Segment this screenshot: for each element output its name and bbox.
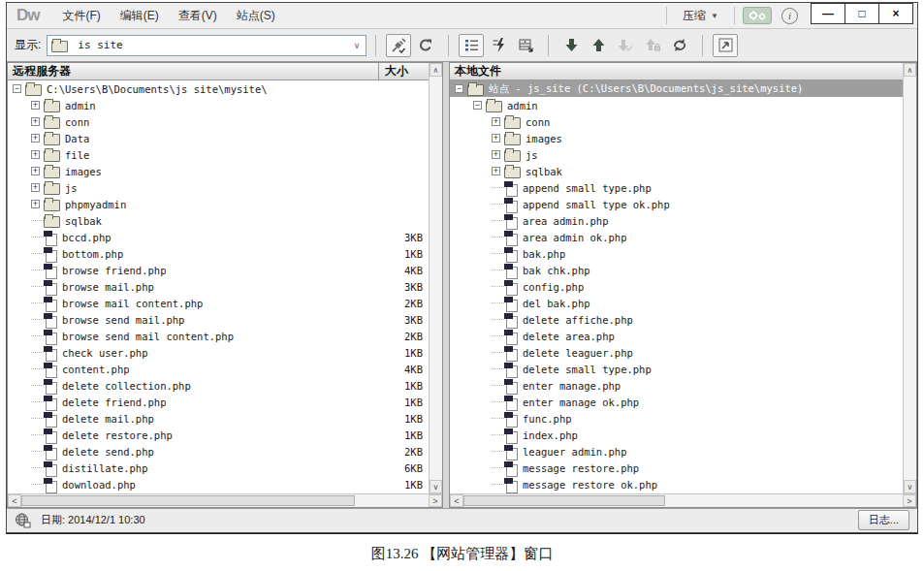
put-files-button[interactable] (586, 34, 611, 57)
file-row[interactable]: bccd.php3KB (8, 229, 429, 245)
file-row[interactable]: browse_send_mail.php3KB (8, 311, 429, 328)
file-row[interactable]: content.php4KB (8, 361, 429, 377)
check-out-button[interactable] (613, 34, 638, 57)
expand-toggle[interactable]: + (31, 183, 40, 192)
remote-horizontal-scrollbar[interactable]: < > (8, 493, 442, 507)
synchronize-button[interactable] (667, 34, 692, 57)
file-row[interactable]: bak_chk.php (450, 262, 903, 278)
check-in-button[interactable] (640, 34, 665, 57)
expand-toggle[interactable]: + (492, 134, 500, 143)
file-row[interactable]: config.php (450, 278, 903, 295)
scroll-right-icon[interactable]: > (903, 494, 916, 507)
scroll-up-icon[interactable]: ∧ (430, 63, 442, 77)
scroll-down-icon[interactable]: ∨ (430, 480, 442, 493)
file-row[interactable]: append_small_type_ok.php (450, 196, 903, 212)
file-row[interactable]: message_restore_ok.php (450, 476, 903, 492)
file-row[interactable]: delete_leaguer.php (450, 344, 903, 361)
testing-server-view-button[interactable] (486, 34, 511, 57)
file-row[interactable]: append_small_type.php (450, 179, 903, 196)
expand-toggle[interactable]: + (492, 117, 500, 126)
file-row[interactable]: func.php (450, 410, 903, 427)
scroll-up-icon[interactable]: ∧ (904, 63, 916, 77)
file-row[interactable]: index.php (450, 427, 903, 443)
file-row[interactable]: browse_friend.php4KB (8, 262, 429, 278)
compress-dropdown-button[interactable]: 压缩 ▼ (675, 6, 726, 26)
file-row[interactable]: delete_collection.php1KB (8, 377, 429, 394)
repository-view-button[interactable] (513, 34, 538, 57)
refresh-button[interactable] (413, 34, 438, 57)
file-row[interactable]: enter_manage_ok.php (450, 394, 903, 410)
scrollbar-track[interactable] (463, 494, 903, 507)
folder-row[interactable]: −admin (450, 97, 903, 113)
folder-row[interactable]: sqlbak (8, 212, 429, 229)
file-row[interactable]: delete_friend.php1KB (8, 394, 429, 410)
expand-collapse-button[interactable] (713, 34, 738, 57)
folder-row[interactable]: +Data (8, 130, 429, 146)
file-row[interactable]: del_bak.php (450, 295, 903, 311)
menu-edit[interactable]: 编辑(E) (111, 5, 169, 27)
scrollbar-thumb[interactable] (21, 495, 355, 506)
file-row[interactable]: delete_send.php2KB (8, 443, 429, 460)
file-row[interactable]: delete_affiche.php (450, 311, 903, 328)
scrollbar-thumb[interactable] (463, 495, 665, 506)
collapse-toggle[interactable]: − (473, 101, 482, 110)
scroll-right-icon[interactable]: > (429, 494, 442, 507)
folder-row[interactable]: +js (8, 179, 429, 196)
site-files-view-button[interactable] (459, 34, 484, 57)
scrollbar-track[interactable] (904, 77, 916, 480)
folder-row[interactable]: +conn (450, 113, 903, 130)
expand-toggle[interactable]: + (492, 167, 500, 175)
scroll-down-icon[interactable]: ∨ (904, 480, 916, 493)
folder-row[interactable]: +phpmyadmin (8, 196, 429, 212)
expand-toggle[interactable]: + (31, 101, 40, 110)
expand-toggle[interactable]: + (492, 150, 500, 159)
local-horizontal-scrollbar[interactable]: < > (450, 493, 916, 507)
folder-row[interactable]: +images (8, 163, 429, 179)
collapse-toggle[interactable]: − (13, 84, 21, 93)
log-button[interactable]: 日志... (858, 510, 909, 530)
folder-row[interactable]: +file (8, 146, 429, 163)
file-row[interactable]: browse_mail.php3KB (8, 278, 429, 295)
info-icon[interactable]: i (781, 8, 798, 24)
local-vertical-scrollbar[interactable]: ∧ ∨ (903, 63, 916, 493)
site-selector-dropdown[interactable]: is site ∨ (47, 35, 366, 56)
file-row[interactable]: bottom.php1KB (8, 245, 429, 262)
menu-view[interactable]: 查看(V) (169, 5, 227, 27)
file-row[interactable]: download.php1KB (8, 476, 429, 492)
file-row[interactable]: delete_small_type.php (450, 361, 903, 377)
get-files-button[interactable] (558, 34, 584, 57)
file-row[interactable]: delete_area.php (450, 328, 903, 344)
close-button[interactable]: × (878, 3, 913, 24)
file-row[interactable]: area_admin_ok.php (450, 229, 903, 245)
file-row[interactable]: browse_send_mail_content.php2KB (8, 328, 429, 344)
file-row[interactable]: check_user.php1KB (8, 344, 429, 361)
root-row[interactable]: −站点 - js_site (C:\Users\B\Documents\js_s… (450, 80, 903, 97)
size-column-header[interactable]: 大小 (378, 63, 429, 79)
file-row[interactable]: delete_mail.php1KB (8, 410, 429, 427)
scroll-left-icon[interactable]: < (8, 494, 21, 507)
file-row[interactable]: distillate.php6KB (8, 460, 429, 476)
root-row[interactable]: −C:\Users\B\Documents\js_site\mysite\ (8, 80, 429, 97)
folder-row[interactable]: +js (450, 146, 903, 163)
folder-row[interactable]: +conn (8, 113, 429, 130)
folder-row[interactable]: +admin (8, 97, 429, 113)
expand-toggle[interactable]: + (31, 117, 40, 126)
file-row[interactable]: enter_manage.php (450, 377, 903, 394)
scroll-left-icon[interactable]: < (450, 494, 463, 507)
maximize-button[interactable]: □ (844, 3, 879, 24)
file-row[interactable]: area_admin.php (450, 212, 903, 229)
file-row[interactable]: browse_mail_content.php2KB (8, 295, 429, 311)
file-row[interactable]: bak.php (450, 245, 903, 262)
menu-site[interactable]: 站点(S) (227, 5, 285, 27)
file-row[interactable]: message_restore.php (450, 460, 903, 476)
scrollbar-track[interactable] (21, 494, 429, 507)
expand-toggle[interactable]: + (31, 167, 40, 175)
collapse-toggle[interactable]: − (455, 84, 463, 93)
expand-toggle[interactable]: + (31, 150, 40, 159)
folder-row[interactable]: +images (450, 130, 903, 146)
connect-button[interactable] (386, 34, 411, 57)
expand-toggle[interactable]: + (31, 134, 40, 143)
scrollbar-track[interactable] (430, 77, 442, 480)
expand-toggle[interactable]: + (31, 200, 40, 208)
gears-button[interactable] (743, 7, 772, 24)
